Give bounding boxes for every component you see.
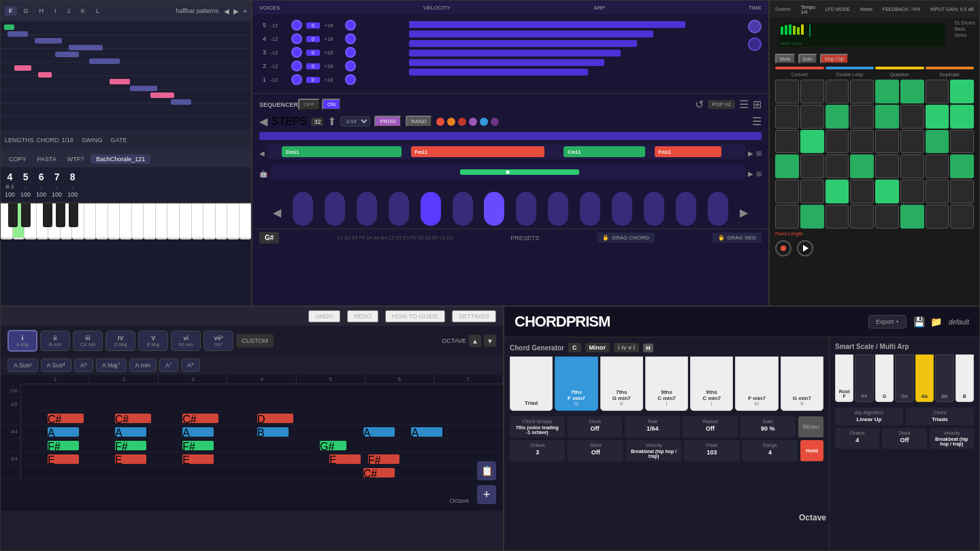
- voice-2-knob2[interactable]: [345, 61, 356, 71]
- key-fs[interactable]: [43, 203, 52, 227]
- key-oval-4[interactable]: [389, 192, 409, 226]
- pad-6-3[interactable]: [826, 205, 849, 229]
- row-grid-btn[interactable]: ⊞: [756, 150, 762, 157]
- velocity-param[interactable]: Velocity Breakbeat (hip hop / trap): [626, 440, 681, 461]
- alt-chord-3[interactable]: A Maj⁷: [96, 358, 127, 372]
- rate-param[interactable]: Rate 1/64: [625, 416, 680, 437]
- pad-4-3[interactable]: [826, 154, 849, 178]
- chord-key-gmin7-v[interactable]: 7ths G min7 V: [600, 356, 643, 411]
- pr-note[interactable]: [130, 86, 157, 91]
- note-a-3[interactable]: A: [182, 427, 214, 437]
- vel-bar-2[interactable]: [409, 31, 653, 37]
- pad-4-6[interactable]: [900, 154, 924, 178]
- pad-4-5[interactable]: [875, 154, 899, 178]
- drag-chord-btn[interactable]: 🖐 DRAG CHORD: [597, 233, 655, 243]
- key-oval-1[interactable]: [293, 192, 313, 226]
- range-param[interactable]: Range 4: [742, 440, 798, 461]
- piano-roll-grid[interactable]: [1, 21, 251, 130]
- voice-3-knob[interactable]: [291, 47, 302, 58]
- voice-1-knob2[interactable]: [345, 74, 356, 85]
- gate-param[interactable]: Gate 90 %: [740, 416, 796, 437]
- note-a-5[interactable]: A: [411, 427, 442, 437]
- undo-button[interactable]: UNDO: [308, 310, 340, 322]
- key-gs[interactable]: [56, 203, 65, 227]
- pr-note-pink[interactable]: [14, 65, 31, 71]
- key-oval-10[interactable]: [580, 192, 600, 226]
- pad-6-6[interactable]: [900, 205, 924, 229]
- pr-tab-k[interactable]: K: [77, 6, 89, 16]
- folder-icon[interactable]: 📁: [930, 316, 942, 327]
- note-fs-3[interactable]: F#: [182, 441, 214, 450]
- pr-tab-j[interactable]: J: [63, 6, 75, 16]
- note-a-1[interactable]: A: [48, 427, 79, 437]
- key-b3[interactable]: [240, 203, 251, 239]
- ss-chord-param[interactable]: Chord Triads: [906, 407, 974, 425]
- pad-3-4[interactable]: [850, 130, 874, 154]
- seq-menu-btn[interactable]: ☰: [739, 98, 749, 111]
- pad-2-1[interactable]: [775, 105, 799, 129]
- pad-4-7[interactable]: [926, 154, 949, 178]
- rand-button[interactable]: RAND: [406, 116, 432, 127]
- dm-play-btn[interactable]: [797, 240, 813, 256]
- vel-bar-1[interactable]: [409, 21, 685, 28]
- pad-2-5[interactable]: [875, 105, 899, 129]
- up-arrow-btn[interactable]: ⬆: [327, 115, 336, 128]
- melody-block[interactable]: [460, 169, 579, 175]
- next-pattern-btn[interactable]: ▶: [233, 7, 239, 15]
- pad-2-3[interactable]: [826, 105, 849, 129]
- seq-menu2-btn[interactable]: ☰: [752, 115, 762, 128]
- peak-param[interactable]: Peak 103: [684, 440, 739, 461]
- key-oval-2[interactable]: [325, 192, 345, 226]
- note-gs-1[interactable]: G#: [320, 441, 346, 450]
- steps-value[interactable]: 32: [311, 118, 323, 126]
- ss-key-g[interactable]: G: [875, 354, 894, 402]
- voice-4-btn[interactable]: 0: [306, 36, 320, 42]
- pad-3-7[interactable]: [926, 130, 949, 154]
- pr-note[interactable]: [7, 31, 28, 37]
- left-arrow-btn[interactable]: ◀: [259, 115, 267, 128]
- key-oval-13[interactable]: [676, 192, 696, 226]
- chord-pill-i[interactable]: i A Maj: [7, 330, 37, 352]
- pad-2-4[interactable]: [850, 105, 874, 129]
- chord-block-fm11-1[interactable]: Fm11: [411, 146, 545, 157]
- pr-note[interactable]: [89, 59, 120, 64]
- voice-5-knob[interactable]: [291, 20, 302, 31]
- key-oval-7[interactable]: [484, 192, 504, 226]
- solo-button[interactable]: Solo: [798, 54, 817, 64]
- note-cs-3[interactable]: C#: [182, 414, 218, 423]
- note-cs-last[interactable]: C#: [363, 468, 395, 478]
- chord-key-fmin7[interactable]: 7ths F min7 IV: [555, 356, 598, 411]
- pad-1-2[interactable]: [800, 80, 824, 103]
- pad-4-2[interactable]: [800, 154, 824, 178]
- note-a-2[interactable]: A: [115, 427, 146, 437]
- melody-right-arrow[interactable]: ▶: [748, 170, 753, 178]
- note-e-2[interactable]: E: [115, 454, 146, 464]
- note-cs-1[interactable]: C#: [48, 414, 84, 423]
- chord-pill-iv[interactable]: IV D Maj: [105, 331, 135, 351]
- chord-key-cmin7-i2[interactable]: 9ths C min7 I: [690, 356, 733, 411]
- pad-3-6[interactable]: [900, 130, 924, 154]
- voice-2-btn[interactable]: 0: [306, 63, 320, 69]
- pad-6-8[interactable]: [950, 205, 974, 229]
- chord-key-fmin7-iv2[interactable]: F min7 IV: [735, 356, 778, 411]
- key-c2[interactable]: [84, 203, 97, 239]
- alt-chord-6[interactable]: A⁹: [181, 358, 200, 372]
- pad-5-7[interactable]: [926, 180, 949, 203]
- quantize-select[interactable]: 1/161/81/4: [340, 116, 370, 127]
- dot-blue[interactable]: [480, 118, 488, 126]
- add-note-button[interactable]: +: [477, 485, 496, 504]
- pad-6-2[interactable]: [800, 205, 824, 229]
- time-knob[interactable]: [748, 37, 762, 51]
- key-d3[interactable]: [180, 203, 192, 239]
- pad-5-4[interactable]: [850, 180, 874, 203]
- row-right-arrow[interactable]: ▶: [748, 150, 753, 157]
- note-e-3[interactable]: E: [182, 454, 214, 464]
- pad-2-8[interactable]: [950, 105, 974, 129]
- vel-bar-4[interactable]: [409, 50, 621, 56]
- voice-4-knob[interactable]: [291, 33, 302, 44]
- chord-block-fm11-2[interactable]: Fm11: [655, 146, 721, 157]
- note-fs-1[interactable]: F#: [48, 441, 79, 450]
- key-cs[interactable]: [8, 203, 18, 227]
- seq-grid-btn[interactable]: ⊞: [753, 98, 762, 111]
- octave-down-btn[interactable]: ▼: [484, 335, 496, 347]
